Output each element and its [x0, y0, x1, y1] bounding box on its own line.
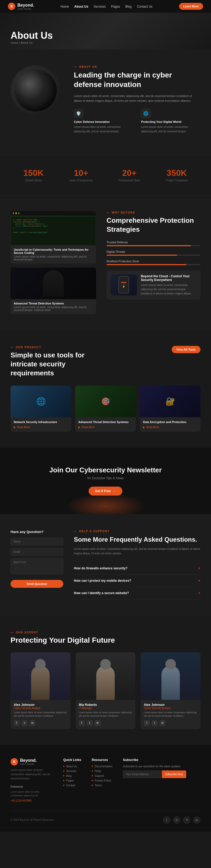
nav-logo[interactable]: B Beyond. Cyber Security	[8, 3, 34, 10]
product-body-network: Network Security Infrastructure ▶ Read M…	[10, 417, 71, 432]
footer-social-linkedin[interactable]: in	[193, 816, 201, 824]
footer-link-blog[interactable]: Blog	[66, 774, 71, 777]
nav-about[interactable]: About Us	[74, 5, 88, 8]
code-caption: JavaScript in Cybersecurity: Tools and T…	[10, 245, 96, 264]
nav-cta-button[interactable]: Learn More	[179, 3, 203, 10]
read-more-network[interactable]: ▶ Read More	[14, 426, 68, 429]
footer-logo[interactable]: B Beyond. Cyber Security	[10, 758, 53, 766]
team-social-1: f t in	[14, 720, 67, 726]
footer-link-pages[interactable]: Pages	[66, 779, 73, 782]
why-cloud-card: 🔒 Beyond the Cloud - Control Your Securi…	[107, 271, 201, 300]
product-img-network: 🌐	[10, 385, 71, 417]
footer-link-services[interactable]: Services	[66, 770, 76, 773]
faq-heading: Some More Frequently Asked Questions.	[74, 535, 201, 544]
about-heading: Leading the charge in cyber defense inno…	[74, 70, 201, 90]
team-social-2: f t in	[79, 720, 132, 726]
products-tag: OUR PRODUCT	[10, 346, 90, 349]
why-card-title: Beyond the Cloud - Control Your Security…	[141, 274, 197, 282]
social-facebook-3[interactable]: f	[144, 720, 150, 726]
team-member-img-2	[76, 652, 135, 700]
footer-resource-support[interactable]: Support	[95, 774, 104, 777]
about-tag: ABOUT US	[74, 65, 201, 68]
footer-resource-faqs[interactable]: FAQs	[95, 770, 101, 773]
team-member-role-1: Cyber Security Analyst	[14, 707, 67, 710]
footer-bottom: © 2024 Beyond. All Rights Reserved. f ◎ …	[10, 811, 201, 824]
person-image	[10, 268, 96, 299]
subscribe-button[interactable]: Subscribe Now	[162, 771, 186, 778]
why-card-phone-img: 🔒	[111, 274, 137, 296]
submit-question-button[interactable]: Send Question	[10, 580, 63, 588]
logo-sub: Cyber Security	[18, 8, 34, 10]
why-heading: Comprehensive Protection Strategies	[107, 216, 201, 234]
stat-experience-number: 10+	[69, 168, 93, 178]
person-figure-2	[76, 652, 135, 700]
email-input[interactable]	[10, 548, 63, 556]
social-twitter-3[interactable]: t	[152, 720, 157, 726]
footer-social-instagram[interactable]: ◎	[173, 816, 180, 824]
name-field	[10, 538, 63, 546]
message-textarea[interactable]	[10, 558, 63, 574]
team-member-img-3	[141, 652, 201, 700]
person-body-2	[96, 665, 115, 700]
team-card-3: Alex Johnson Cyber Security Analyst Lore…	[141, 652, 201, 729]
about-image	[10, 65, 63, 116]
social-linkedin-1[interactable]: in	[30, 720, 35, 726]
social-linkedin-3[interactable]: in	[159, 720, 165, 726]
footer-resource-docs[interactable]: Documentation	[95, 765, 112, 768]
read-more-threat[interactable]: ▶ Read More	[78, 426, 133, 429]
team-member-img-1	[10, 652, 70, 700]
footer-link-about[interactable]: About Us	[66, 765, 77, 768]
navbar: B Beyond. Cyber Security Home About Us S…	[0, 0, 211, 13]
footer-social-facebook[interactable]: f	[163, 816, 170, 824]
footer-resource-privacy[interactable]: Privacy Policy	[95, 779, 111, 782]
faq-item-2[interactable]: How can I protect my mobile devices? +	[74, 575, 201, 587]
social-facebook-2[interactable]: f	[79, 720, 85, 726]
products-grid: 🌐 Network Security Infrastructure ▶ Read…	[10, 385, 201, 432]
nav-blog[interactable]: Blog	[125, 5, 131, 8]
team-card-1: Alex Johnson Cyber Security Analyst Lore…	[10, 652, 70, 729]
faq-form-heading: Have any Question?	[10, 530, 63, 534]
nav-contact[interactable]: Contact Us	[137, 5, 152, 8]
feature-digital-world: 🌐 Protecting Your Digital World Lorem ip…	[141, 108, 201, 139]
view-all-tools-button[interactable]: View All Tools	[172, 346, 201, 353]
social-twitter-1[interactable]: t	[22, 720, 27, 726]
progress-trusted: Trusted Defense	[107, 241, 201, 246]
subscribe-form: Subscribe Now	[123, 771, 186, 778]
footer-subscribe-desc: Subscribe to our newsletter for the late…	[123, 765, 186, 768]
about-content: ABOUT US Leading the charge in cyber def…	[74, 65, 201, 139]
nav-home[interactable]: Home	[61, 5, 69, 8]
read-more-encryption[interactable]: ▶ Read More	[143, 426, 197, 429]
name-input[interactable]	[10, 538, 63, 546]
read-more-icon-2: ▶	[78, 426, 81, 429]
footer-resource-terms[interactable]: Terms	[95, 784, 102, 787]
hero-section: About Us Home / About Us	[0, 13, 211, 50]
footer-logo-icon: B	[10, 758, 18, 766]
faq-toggle-icon-1: +	[198, 566, 201, 571]
team-member-desc-3: Lorem ipsum dolor sit amet consectetur a…	[144, 711, 197, 718]
progress-resilient-fill	[107, 264, 186, 265]
feature-icon-1: 🛡️	[74, 108, 83, 118]
footer-social-twitter[interactable]: ✕	[183, 816, 190, 824]
footer-link-contact[interactable]: Contact	[66, 784, 75, 787]
why-images-column: // cyber security code function encrypt(…	[10, 211, 96, 314]
social-twitter-2[interactable]: t	[87, 720, 93, 726]
nav-pages[interactable]: Pages	[111, 5, 120, 8]
newsletter-glow	[66, 493, 145, 514]
footer-resources-list: Documentation FAQs Support Privacy Polic…	[92, 765, 112, 787]
team-member-desc-1: Lorem ipsum dolor sit amet consectetur a…	[14, 711, 67, 718]
social-facebook-1[interactable]: f	[14, 720, 20, 726]
footer-social-icons: f ◎ ✕ in	[163, 816, 201, 824]
person-body-1	[31, 665, 50, 700]
footer-resources: Resources Documentation FAQs Support Pri…	[92, 758, 112, 803]
nav-services[interactable]: Services	[94, 5, 106, 8]
faq-item-3[interactable]: How can I identify a secure website? +	[74, 587, 201, 599]
logo-icon: B	[8, 3, 15, 10]
subscribe-email-input[interactable]	[123, 771, 162, 778]
stat-clients: 150K Global Clients	[24, 168, 44, 182]
why-content-column: WHY BEYOND Comprehensive Protection Stra…	[107, 211, 201, 314]
stats-section: 150K Global Clients 10+ Years of Experie…	[0, 155, 211, 195]
feature-desc-2: Lorem ipsum dolor sit amet, consectetur …	[141, 125, 201, 134]
progress-trusted-bar	[107, 245, 201, 246]
social-linkedin-2[interactable]: in	[95, 720, 100, 726]
faq-item-1[interactable]: How do firewalls enhance security? +	[74, 562, 201, 575]
